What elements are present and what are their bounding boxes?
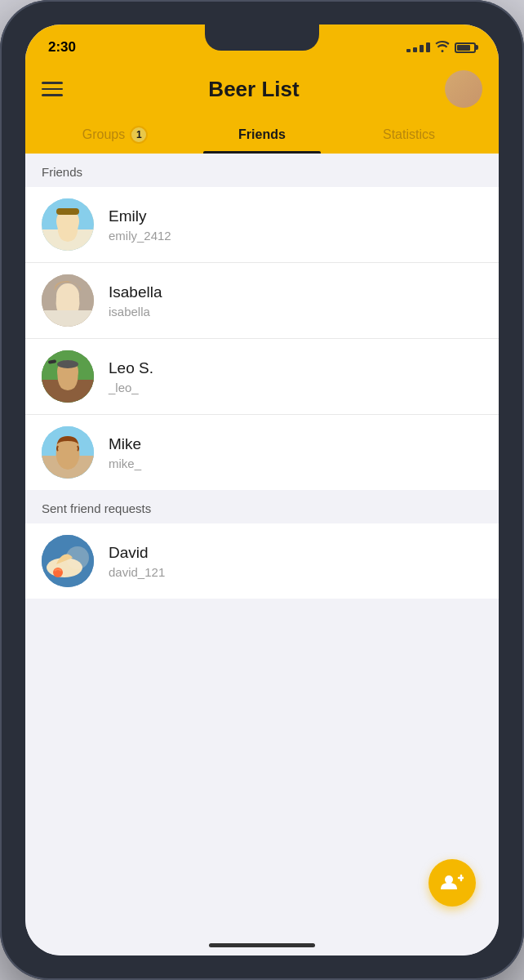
friend-name: Emily bbox=[109, 207, 171, 225]
hamburger-menu-button[interactable] bbox=[42, 82, 63, 96]
tab-friends[interactable]: Friends bbox=[189, 118, 335, 154]
tab-groups[interactable]: Groups 1 bbox=[42, 118, 189, 154]
friend-info: David david_121 bbox=[109, 544, 165, 579]
friend-name: Mike bbox=[109, 435, 141, 453]
home-indicator bbox=[209, 943, 315, 947]
friends-list: Emily emily_2412 bbox=[25, 187, 499, 490]
friends-section-header: Friends bbox=[25, 154, 499, 187]
tab-statistics[interactable]: Statistics bbox=[335, 118, 482, 154]
header-top: Beer List bbox=[42, 67, 482, 118]
friend-username: mike_ bbox=[109, 457, 141, 470]
friend-name: Leo S. bbox=[109, 359, 153, 377]
phone-frame: 2:30 bbox=[0, 0, 524, 980]
list-item[interactable]: Emily emily_2412 bbox=[25, 187, 499, 263]
wifi-icon bbox=[435, 41, 450, 55]
tab-statistics-label: Statistics bbox=[383, 127, 435, 142]
friend-name: David bbox=[109, 544, 165, 562]
battery-icon bbox=[455, 42, 476, 53]
friend-name: Isabella bbox=[109, 283, 162, 301]
list-item[interactable]: David david_121 bbox=[25, 523, 499, 599]
list-item[interactable]: Mike mike_ bbox=[25, 415, 499, 490]
avatar bbox=[42, 198, 94, 251]
notch bbox=[205, 24, 319, 51]
groups-badge: 1 bbox=[130, 126, 148, 144]
user-avatar-image bbox=[445, 70, 482, 108]
avatar bbox=[42, 350, 94, 403]
user-avatar-button[interactable] bbox=[445, 70, 482, 108]
add-friend-icon bbox=[441, 873, 464, 893]
friend-username: emily_2412 bbox=[109, 229, 171, 243]
list-item[interactable]: Isabella isabella bbox=[25, 263, 499, 339]
avatar bbox=[42, 426, 94, 479]
content-area: Friends Emily emily_2412 bbox=[25, 154, 499, 956]
svg-rect-6 bbox=[42, 310, 94, 327]
screen: 2:30 bbox=[25, 24, 499, 956]
friend-info: Emily emily_2412 bbox=[109, 207, 171, 243]
friend-info: Mike mike_ bbox=[109, 435, 141, 470]
avatar bbox=[42, 274, 94, 327]
tab-friends-label: Friends bbox=[238, 127, 286, 142]
status-icons bbox=[406, 41, 476, 55]
page-title: Beer List bbox=[208, 77, 299, 102]
svg-point-10 bbox=[57, 360, 78, 368]
svg-rect-3 bbox=[56, 208, 79, 215]
friend-username: isabella bbox=[109, 305, 162, 318]
requests-list: David david_121 bbox=[25, 523, 499, 599]
signal-icon bbox=[406, 42, 430, 52]
requests-section-header: Sent friend requests bbox=[25, 490, 499, 523]
svg-point-20 bbox=[445, 875, 453, 884]
header: Beer List Groups 1 Friends Statistics bbox=[25, 60, 499, 154]
tab-groups-label: Groups bbox=[82, 127, 125, 142]
friend-username: david_121 bbox=[109, 565, 165, 579]
tab-bar: Groups 1 Friends Statistics bbox=[42, 118, 482, 154]
list-item[interactable]: Leo S. _leo_ bbox=[25, 339, 499, 415]
friend-username: _leo_ bbox=[109, 381, 153, 394]
friend-info: Isabella isabella bbox=[109, 283, 162, 318]
avatar bbox=[42, 535, 94, 587]
add-friend-button[interactable] bbox=[429, 859, 476, 906]
status-time: 2:30 bbox=[48, 39, 76, 56]
friend-info: Leo S. _leo_ bbox=[109, 359, 153, 394]
